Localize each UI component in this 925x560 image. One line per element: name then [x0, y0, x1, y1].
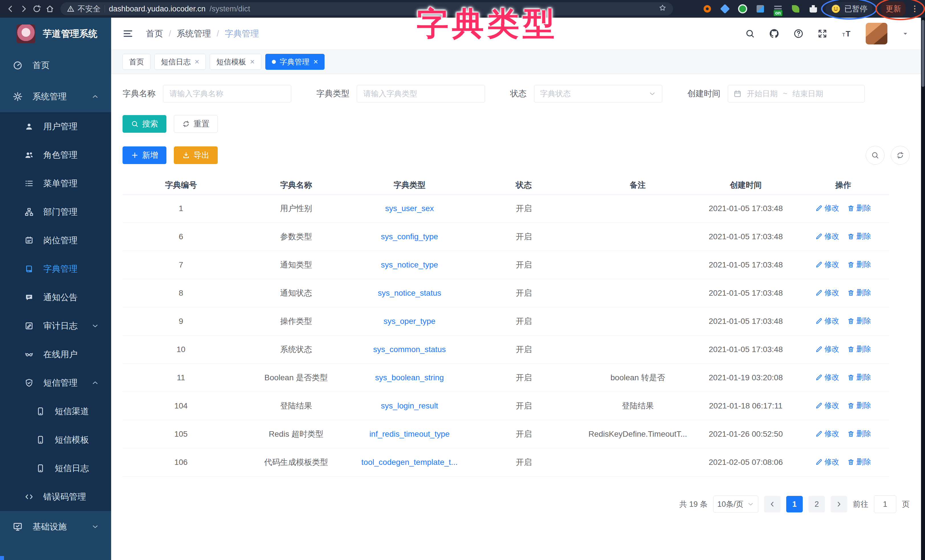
breadcrumb-home[interactable]: 首页	[146, 28, 163, 39]
extension-icon[interactable]: on	[773, 3, 783, 14]
browser-menu-icon[interactable]	[910, 4, 919, 14]
delete-link[interactable]: 删除	[847, 316, 871, 326]
sidebar-item-角色管理[interactable]: 角色管理	[0, 141, 111, 169]
edit-link[interactable]: 修改	[815, 457, 839, 467]
dict-name-input[interactable]	[163, 85, 291, 102]
browser-back-icon[interactable]	[4, 2, 17, 15]
tab-字典管理[interactable]: 字典管理×	[265, 54, 325, 70]
browser-forward-icon[interactable]	[17, 2, 30, 15]
scrollbar[interactable]	[921, 18, 925, 560]
edit-link[interactable]: 修改	[815, 259, 839, 269]
page-button-2[interactable]: 2	[809, 496, 825, 512]
edit-link[interactable]: 修改	[815, 288, 839, 298]
page-size-select[interactable]: 10条/页	[713, 495, 758, 513]
sidebar-item-通知公告[interactable]: 通知公告	[0, 283, 111, 312]
sidebar-item-首页[interactable]: 首页	[0, 50, 111, 81]
delete-link[interactable]: 删除	[847, 203, 871, 213]
date-range-picker[interactable]: 开始日期 ~ 结束日期	[728, 85, 865, 102]
dict-type-link[interactable]: sys_oper_type	[384, 317, 435, 325]
close-icon[interactable]: ×	[250, 57, 255, 66]
prev-page-button[interactable]	[764, 496, 780, 512]
browser-reload-icon[interactable]	[30, 2, 43, 15]
edit-link[interactable]: 修改	[815, 203, 839, 213]
dict-type-link[interactable]: tool_codegen_template_t...	[362, 458, 458, 467]
user-avatar[interactable]	[866, 23, 887, 44]
help-icon[interactable]	[793, 29, 804, 39]
browser-update-button[interactable]: 更新	[881, 2, 905, 16]
edit-link[interactable]: 修改	[815, 429, 839, 439]
dict-type-link[interactable]: sys_user_sex	[385, 204, 434, 213]
sidebar-item-短信渠道[interactable]: 短信渠道	[0, 397, 111, 426]
delete-link[interactable]: 删除	[847, 457, 871, 467]
sidebar-item-岗位管理[interactable]: 岗位管理	[0, 226, 111, 254]
dict-type-link[interactable]: inf_redis_timeout_type	[369, 429, 450, 438]
dict-type-link[interactable]: sys_config_type	[381, 232, 438, 241]
edit-link[interactable]: 修改	[815, 316, 839, 326]
sidebar-item-系统管理[interactable]: 系统管理	[0, 81, 111, 112]
edit-link[interactable]: 修改	[815, 231, 839, 241]
sidebar-item-短信模板[interactable]: 短信模板	[0, 426, 111, 454]
extension-icon[interactable]	[702, 3, 713, 14]
extension-icon[interactable]	[737, 3, 748, 14]
text-size-icon[interactable]: TT	[841, 28, 852, 39]
edit-link[interactable]: 修改	[815, 400, 839, 411]
edit-link[interactable]: 修改	[815, 372, 839, 382]
bookmark-star-icon[interactable]	[658, 4, 667, 14]
chevron-down-icon[interactable]	[901, 29, 910, 38]
scrollbar-thumb[interactable]	[922, 20, 924, 87]
extension-icon[interactable]	[755, 3, 766, 14]
browser-home-icon[interactable]	[43, 2, 56, 15]
sidebar-item-短信日志[interactable]: 短信日志	[0, 454, 111, 483]
search-button[interactable]: 搜索	[122, 115, 166, 133]
extension-icon[interactable]	[808, 3, 819, 14]
dict-type-link[interactable]: sys_notice_status	[378, 289, 441, 297]
delete-link[interactable]: 删除	[847, 400, 871, 411]
dict-type-link[interactable]: sys_notice_type	[381, 260, 438, 269]
page-button-1[interactable]: 1	[786, 496, 803, 512]
sidebar-item-字典管理[interactable]: 字典管理	[0, 254, 111, 283]
sidebar-item-在线用户[interactable]: 在线用户	[0, 340, 111, 369]
sidebar-item-错误码管理[interactable]: 错误码管理	[0, 483, 111, 511]
hide-search-button[interactable]	[866, 146, 884, 165]
delete-link[interactable]: 删除	[847, 288, 871, 298]
sidebar-item-基础设施[interactable]: 基础设施	[0, 511, 111, 542]
sidebar-item-审计日志[interactable]: 审计日志	[0, 312, 111, 340]
status-select[interactable]: 字典状态	[534, 85, 662, 102]
profile-paused-chip[interactable]: 已暂停	[826, 2, 872, 16]
breadcrumb-system[interactable]: 系统管理	[177, 28, 211, 39]
delete-link[interactable]: 删除	[847, 372, 871, 382]
tab-短信模板[interactable]: 短信模板×	[210, 54, 261, 70]
sidebar-item-部门管理[interactable]: 部门管理	[0, 198, 111, 226]
github-icon[interactable]	[769, 28, 780, 39]
edit-link[interactable]: 修改	[815, 344, 839, 354]
export-button[interactable]: 导出	[174, 146, 218, 164]
extension-icon[interactable]	[790, 3, 801, 14]
sidebar-item-菜单管理[interactable]: 菜单管理	[0, 169, 111, 198]
tab-首页[interactable]: 首页	[122, 54, 151, 70]
goto-page-input[interactable]	[874, 495, 896, 513]
dict-type-input[interactable]	[357, 85, 485, 102]
add-button[interactable]: 新增	[122, 146, 166, 164]
refresh-table-button[interactable]	[891, 146, 910, 165]
delete-link[interactable]: 删除	[847, 429, 871, 439]
delete-link[interactable]: 删除	[847, 231, 871, 241]
dict-type-link[interactable]: sys_common_status	[373, 345, 446, 354]
row-actions: 修改删除	[797, 279, 889, 307]
sidebar-item-短信管理[interactable]: 短信管理	[0, 369, 111, 397]
tab-短信日志[interactable]: 短信日志×	[154, 54, 206, 70]
audit-log-icon	[24, 321, 34, 330]
delete-link[interactable]: 删除	[847, 344, 871, 354]
fullscreen-icon[interactable]	[817, 29, 827, 39]
url-bar[interactable]: 不安全 dashboard.yudao.iocoder.cn/system/di…	[60, 2, 673, 15]
extension-icon[interactable]	[720, 3, 731, 14]
hamburger-icon[interactable]	[122, 28, 133, 39]
dict-type-link[interactable]: sys_boolean_string	[375, 373, 444, 382]
search-icon[interactable]	[745, 29, 755, 39]
close-icon[interactable]: ×	[194, 57, 199, 66]
delete-link[interactable]: 删除	[847, 259, 871, 269]
sidebar-item-用户管理[interactable]: 用户管理	[0, 112, 111, 141]
reset-button[interactable]: 重置	[174, 115, 218, 133]
dict-type-link[interactable]: sys_login_result	[381, 401, 438, 410]
close-icon[interactable]: ×	[313, 57, 318, 66]
next-page-button[interactable]	[831, 496, 847, 512]
